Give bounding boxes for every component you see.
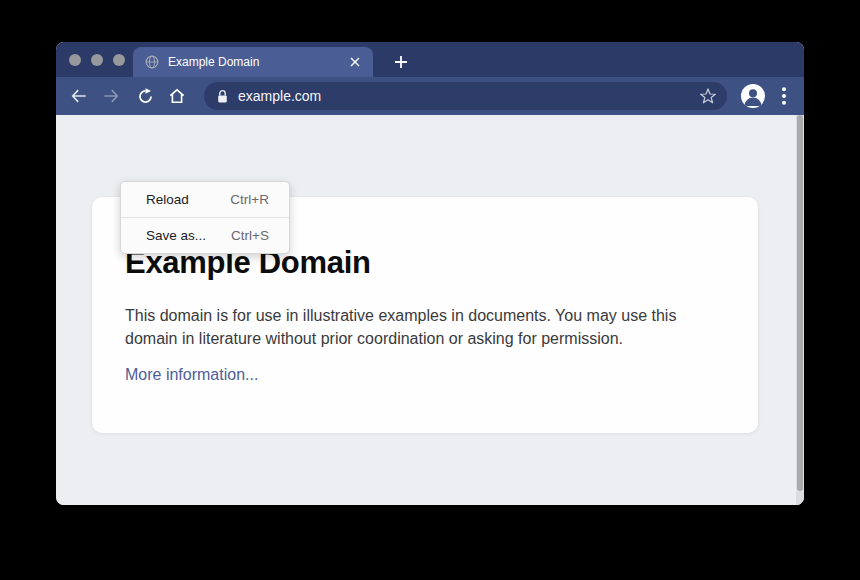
window-zoom-button[interactable]	[113, 54, 125, 66]
window-minimize-button[interactable]	[91, 54, 103, 66]
bookmark-star-icon[interactable]	[698, 86, 718, 106]
address-bar[interactable]: example.com	[204, 82, 727, 110]
lock-icon	[216, 89, 229, 104]
screenshot-stage: Example Domain	[0, 0, 860, 580]
back-button[interactable]	[64, 81, 94, 111]
browser-toolbar: example.com	[56, 77, 804, 115]
globe-favicon-icon	[145, 55, 159, 69]
more-information-link[interactable]: More information...	[125, 366, 258, 384]
plus-icon	[394, 55, 408, 69]
url-text[interactable]: example.com	[238, 88, 698, 104]
menu-item-label: Save as...	[146, 228, 206, 243]
profile-avatar-icon[interactable]	[740, 83, 766, 109]
reload-icon	[136, 87, 155, 106]
page-scrollbar[interactable]	[796, 115, 804, 505]
kebab-menu-icon	[782, 87, 786, 105]
window-close-button[interactable]	[69, 54, 81, 66]
menu-item-label: Reload	[146, 192, 189, 207]
browser-window: Example Domain	[56, 42, 804, 505]
menu-item-shortcut: Ctrl+S	[231, 228, 269, 243]
tab-close-icon[interactable]	[347, 54, 363, 70]
reload-button[interactable]	[130, 81, 160, 111]
home-icon	[167, 86, 187, 106]
context-menu-item-reload[interactable]: Reload Ctrl+R	[121, 182, 289, 217]
back-arrow-icon	[69, 86, 89, 106]
scrollbar-thumb[interactable]	[797, 115, 803, 491]
home-button[interactable]	[162, 81, 192, 111]
tab-title: Example Domain	[168, 55, 347, 69]
context-menu-item-save-as[interactable]: Save as... Ctrl+S	[121, 218, 289, 253]
context-menu: Reload Ctrl+R Save as... Ctrl+S	[120, 181, 290, 254]
forward-button[interactable]	[96, 81, 126, 111]
forward-arrow-icon	[101, 86, 121, 106]
window-titlebar: Example Domain	[56, 42, 804, 77]
browser-menu-button[interactable]	[773, 85, 795, 107]
tab-example-domain[interactable]: Example Domain	[133, 47, 373, 77]
new-tab-button[interactable]	[386, 47, 416, 77]
page-viewport: Example Domain This domain is for use in…	[56, 115, 804, 505]
menu-item-shortcut: Ctrl+R	[230, 192, 269, 207]
page-paragraph: This domain is for use in illustrative e…	[125, 305, 710, 350]
